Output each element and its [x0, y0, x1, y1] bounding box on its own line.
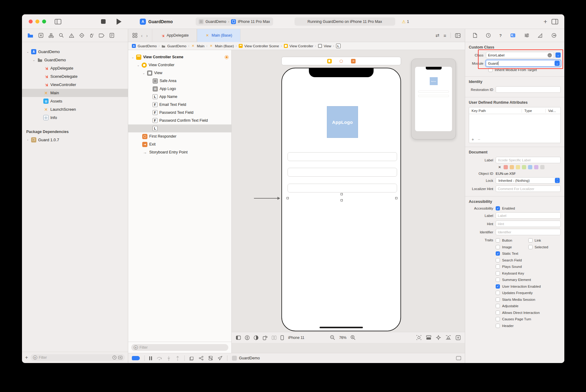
jump-bar-item[interactable]: GuardDemo — [138, 44, 157, 48]
zoom-out-icon[interactable] — [330, 335, 335, 340]
forward-button[interactable]: › — [146, 33, 148, 38]
acc-label-field[interactable] — [496, 212, 561, 219]
trait-checkbox-plays-sound[interactable] — [496, 264, 500, 269]
color-swatch-gray[interactable] — [540, 165, 544, 169]
navigator-item-appdelegate[interactable]: AppDelegate — [22, 64, 128, 72]
split-preview-icon[interactable] — [272, 336, 277, 340]
outline-item-first-responder[interactable]: First Responder — [128, 132, 231, 140]
document-label-field[interactable] — [496, 157, 561, 163]
navigator-item-info[interactable]: Info — [22, 113, 128, 122]
issue-navigator-icon[interactable] — [69, 33, 74, 38]
device-name-label[interactable]: iPhone 11 — [288, 336, 304, 340]
acc-identifier-input[interactable] — [498, 230, 559, 234]
file-inspector-icon[interactable] — [473, 33, 477, 38]
toggle-outline-icon[interactable] — [236, 336, 241, 340]
trait-checkbox-summary-element[interactable] — [496, 278, 500, 282]
navigator-filter-input[interactable] — [39, 355, 111, 360]
trait-checkbox-link[interactable] — [528, 238, 533, 243]
color-scheme-icon[interactable] — [254, 335, 259, 340]
password-text-field[interactable] — [288, 168, 397, 177]
recent-files-icon[interactable] — [112, 355, 117, 360]
trait-checkbox-search-field[interactable] — [496, 258, 500, 262]
orientation-icon[interactable] — [262, 335, 268, 340]
close-window-button[interactable] — [29, 20, 33, 23]
trait-checkbox-adjustable[interactable] — [496, 304, 500, 308]
selection-handle-left[interactable] — [287, 197, 289, 199]
outline-item-exit[interactable]: ⇥ Exit — [128, 140, 231, 148]
source-control-status-icon[interactable] — [118, 356, 122, 359]
view-controller-icon[interactable] — [327, 59, 332, 63]
navigator-item-launchscreen[interactable]: ✕ LaunchScreen — [22, 105, 128, 113]
accessibility-preview-icon[interactable] — [245, 335, 250, 340]
navigator-item-viewcontroller[interactable]: ViewController — [22, 81, 128, 89]
jump-bar-item[interactable]: GuardDemo — [167, 44, 186, 48]
related-items-icon[interactable] — [132, 33, 137, 38]
trait-checkbox-starts-media[interactable] — [496, 297, 500, 302]
trait-checkbox-direct-interaction[interactable] — [496, 311, 500, 315]
history-inspector-icon[interactable] — [486, 33, 491, 38]
attributes-inspector-icon[interactable] — [524, 33, 529, 38]
lock-dropdown[interactable]: Inherited - (Nothing) ⌃⌄ — [496, 177, 561, 184]
jump-bar-item[interactable]: Main (Base) — [215, 44, 234, 48]
color-swatch-red[interactable] — [504, 165, 508, 169]
test-navigator-icon[interactable] — [79, 33, 84, 38]
debug-navigator-icon[interactable] — [89, 33, 94, 38]
trait-checkbox-selected[interactable] — [528, 245, 533, 249]
minimize-window-button[interactable] — [35, 20, 39, 23]
trait-checkbox-keyboard-key[interactable] — [496, 271, 500, 275]
add-file-button[interactable]: + — [25, 354, 28, 361]
disclosure-closed-icon[interactable]: › — [26, 138, 29, 142]
identity-inspector-icon[interactable] — [510, 33, 515, 38]
outline-item-view[interactable]: ⌄ View — [128, 69, 231, 77]
jump-bar-item[interactable]: View Controller Scene — [244, 44, 279, 48]
symbol-navigator-icon[interactable] — [49, 33, 54, 38]
color-swatch-purple[interactable] — [534, 165, 538, 169]
disclosure-open-icon[interactable]: ⌄ — [142, 71, 145, 75]
navigator-item-group-guarddemo[interactable]: ⌄ GuardDemo — [22, 56, 128, 64]
remove-attribute-button[interactable]: − — [478, 137, 480, 142]
navigator-item-main-selected[interactable]: ✕ Main — [22, 89, 128, 97]
acc-hint-field[interactable] — [496, 221, 561, 227]
project-navigator-icon[interactable] — [27, 33, 33, 38]
color-swatch-orange[interactable] — [510, 165, 514, 169]
acc-identifier-field[interactable] — [496, 229, 561, 235]
color-swatch-green[interactable] — [522, 165, 526, 169]
report-navigator-icon[interactable] — [110, 33, 114, 38]
acc-hint-input[interactable] — [498, 222, 559, 226]
zoom-window-button[interactable] — [42, 20, 46, 23]
adjust-editor-options-icon[interactable]: ≡ — [443, 33, 446, 38]
runtime-attributes-table[interactable]: Key Path Type Val... + − — [469, 107, 561, 143]
outline-item-entry-point[interactable]: → Storyboard Entry Point — [128, 148, 231, 156]
step-into-icon[interactable] — [167, 356, 171, 361]
stop-button[interactable] — [101, 19, 106, 24]
outline-item-view-controller[interactable]: ⌄ View Controller — [128, 61, 231, 69]
no-color-icon[interactable]: ✕ — [498, 165, 501, 169]
class-field[interactable]: ErrorLabel → — [486, 52, 554, 58]
pause-execution-icon[interactable] — [149, 356, 152, 360]
email-text-field[interactable] — [288, 152, 397, 161]
zoom-in-icon[interactable] — [350, 335, 356, 340]
first-responder-icon[interactable]: ⬡ — [339, 59, 344, 63]
source-control-navigator-icon[interactable] — [38, 33, 43, 38]
update-frames-icon[interactable] — [416, 335, 421, 340]
localizer-hint-field[interactable] — [496, 185, 561, 192]
document-label-input[interactable] — [498, 158, 559, 162]
navigator-item-project-root[interactable]: ⌄ A GuardDemo — [22, 48, 128, 56]
disclosure-open-icon[interactable]: ⌄ — [32, 58, 35, 62]
exit-icon[interactable]: ⇥ — [351, 59, 356, 63]
new-tab-button[interactable]: + — [544, 18, 547, 25]
trait-checkbox-button[interactable] — [496, 238, 500, 243]
simulate-location-icon[interactable] — [218, 356, 222, 361]
adjust-editor-icon[interactable] — [456, 335, 461, 340]
outline-item-app-name[interactable]: L App Name — [128, 93, 231, 101]
module-dropdown-icon[interactable]: ⌄ — [555, 61, 560, 66]
app-logo-image-view[interactable]: AppLogo — [327, 106, 358, 138]
outline-item-scene[interactable]: ⌄ View Controller Scene — [128, 53, 231, 61]
back-button[interactable]: ‹ — [141, 33, 143, 38]
trait-checkbox-page-turn[interactable] — [496, 317, 500, 321]
inherit-module-checkbox[interactable] — [488, 68, 493, 72]
issues-indicator[interactable]: ⚠ 1 — [402, 19, 409, 24]
outline-item-safe-area[interactable]: Safe Area — [128, 77, 231, 85]
trait-checkbox-updates-frequently[interactable] — [496, 291, 500, 295]
color-swatch-blue[interactable] — [528, 165, 532, 169]
